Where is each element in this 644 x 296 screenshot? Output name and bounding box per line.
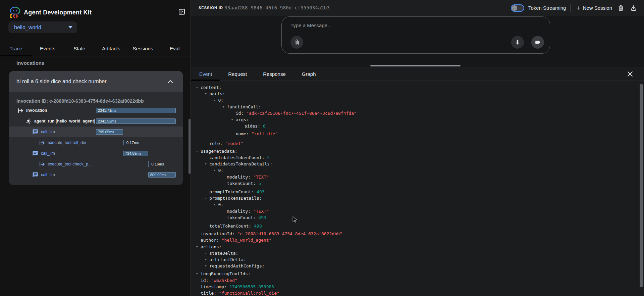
trace-tree: invocation2341.71msagent_run [hello_worl… (9, 105, 183, 180)
json-key: content: (201, 85, 222, 90)
trace-span-row-execute_tool[interactable]: execute_tool check_p...0.16ms (9, 159, 183, 169)
sidebar-tab-sessions[interactable]: Sessions (127, 41, 159, 56)
sidebar-tab-label: Sessions (133, 46, 153, 51)
agent-select[interactable]: hello_world (8, 21, 77, 33)
topbar-divider (571, 4, 571, 12)
videocam-icon (535, 39, 541, 45)
llm-call-icon (32, 150, 39, 157)
collapse-sidebar-button[interactable] (178, 8, 185, 15)
json-line: tokenCount: 493 (191, 214, 637, 221)
sidebar-tab-eval[interactable]: Eval (159, 41, 191, 56)
trace-span-row-agent_run[interactable]: agent_run [hello_world_agent]2341.52ms (9, 116, 183, 127)
paperclip-icon (294, 39, 300, 46)
sidebar-tab-trace[interactable]: Trace (0, 41, 32, 56)
json-expand-toggle[interactable]: ▾ (213, 167, 218, 174)
json-value-string: "wmZhkbed" (211, 278, 237, 283)
json-expand-toggle[interactable]: ▾ (205, 256, 209, 263)
json-expand-toggle[interactable]: ▾ (205, 263, 209, 269)
token-streaming-toggle[interactable] (511, 4, 524, 12)
sidebar-tab-label: Eval (170, 46, 179, 51)
sidebar-tab-label: State (73, 46, 85, 51)
message-input-card: Type a Message... (281, 16, 550, 54)
microphone-button[interactable] (511, 36, 524, 49)
json-value-string: "TEXT" (253, 175, 269, 180)
json-expand-toggle[interactable]: ▾ (213, 201, 218, 208)
camera-button[interactable] (531, 36, 544, 49)
delete-session-button[interactable] (617, 4, 625, 12)
json-line: author: "hello_world_agent" (191, 237, 637, 243)
trace-span-row-execute_tool[interactable]: execute_tool roll_die0.17ms (9, 137, 183, 148)
export-session-button[interactable] (630, 4, 638, 12)
sidebar-tab-artifacts[interactable]: Artifacts (95, 41, 127, 56)
json-expand-toggle[interactable]: ▾ (205, 161, 209, 167)
json-expand-toggle[interactable]: ▾ (213, 97, 218, 103)
json-key: stateDelta: (209, 251, 238, 256)
json-key: candidatesTokenCount: (209, 155, 264, 160)
sidebar-tab-bar: TraceEventsStateArtifactsSessionsEval (0, 41, 191, 56)
json-key: timestamp: (201, 284, 227, 289)
json-line: ▾candidatesTokensDetails: (191, 161, 637, 167)
details-tab-graph[interactable]: Graph (294, 67, 324, 81)
details-tab-response[interactable]: Response (255, 67, 294, 81)
json-value-number: 5 (267, 155, 270, 160)
json-expand-toggle[interactable]: ▾ (205, 250, 209, 256)
json-key: candidatesTokensDetails: (209, 161, 272, 166)
trace-span-label: execute_tool check_p... (48, 162, 92, 166)
panel-resize-handle[interactable] (370, 65, 461, 66)
active-tab-ink-bar (0, 55, 32, 56)
json-line: ▾promptTokensDetails: (191, 195, 637, 201)
json-key: functionCall: (227, 104, 261, 109)
trace-span-row-call_llm[interactable]: call_llm809.99ms (9, 169, 183, 180)
details-scrollbar[interactable] (640, 84, 643, 287)
app-title: Agent Development Kit (24, 9, 92, 16)
trash-icon (618, 5, 624, 11)
json-expand-toggle[interactable]: ▾ (231, 116, 236, 123)
json-expand-toggle[interactable]: ▾ (205, 195, 209, 201)
json-value-number: 493 (259, 215, 266, 220)
trace-span-row-call_llm[interactable]: call_llm795.05ms (9, 127, 183, 137)
json-expand-toggle[interactable]: ▾ (196, 84, 201, 91)
json-key: requestedAuthConfigs: (209, 263, 264, 268)
json-value-number: 498 (254, 224, 262, 229)
json-value-string: "roll_die" (252, 131, 278, 136)
json-line: ▾longRunningToolIds: (191, 270, 637, 277)
session-id-value: 33aad288-9846-46f6-980d-cf555034a2b3 (224, 5, 330, 10)
details-tab-event[interactable]: Event (191, 67, 220, 81)
json-key: artifactDelta: (209, 257, 246, 262)
json-key: 0: (218, 202, 223, 207)
sidebar-tab-state[interactable]: State (63, 41, 95, 56)
json-line: id: "wmZhkbed" (191, 277, 637, 284)
json-expand-toggle[interactable]: ▾ (222, 104, 227, 110)
message-input[interactable]: Type a Message... (290, 22, 332, 28)
json-line: modality: "TEXT" (191, 174, 637, 180)
json-line: invocationId: "e-2808fd10-6383-4754-8de4… (191, 231, 637, 237)
invocations-section-label: Invocations (16, 60, 44, 66)
json-key: longRunningToolIds: (201, 271, 251, 276)
details-tab-request[interactable]: Request (220, 67, 255, 81)
json-expand-toggle[interactable]: ▾ (205, 91, 209, 97)
json-value-number: 1749586585.858985 (229, 284, 274, 289)
details-tab-label: Event (199, 71, 212, 77)
trace-span-label: call_llm (41, 172, 55, 177)
sidebar-tab-events[interactable]: Events (32, 41, 64, 56)
invocation-card: hi roll a 6 side dice and check number I… (9, 71, 183, 185)
json-expand-toggle[interactable]: ▾ (196, 244, 201, 250)
trace-span-row-invocation[interactable]: invocation2341.71ms (9, 105, 183, 116)
chevron-down-icon (68, 26, 72, 29)
trace-span-row-call_llm[interactable]: call_llm734.59ms (9, 148, 183, 159)
json-value-number: 6 (263, 124, 266, 129)
microphone-icon (515, 39, 521, 45)
new-session-button[interactable]: New Session (576, 5, 612, 11)
json-expand-toggle[interactable]: ▾ (196, 148, 201, 154)
sidebar-header: Agent Development Kit (10, 6, 92, 18)
json-key: promptTokensDetails: (209, 196, 262, 201)
invocation-card-header[interactable]: hi roll a 6 side dice and check number (9, 71, 183, 92)
toggle-minus-icon (513, 8, 516, 8)
json-expand-toggle[interactable]: ▾ (196, 270, 201, 277)
details-tab-label: Request (228, 71, 247, 77)
json-key: args: (236, 117, 249, 122)
close-details-button[interactable] (625, 69, 635, 79)
json-key: actions: (201, 244, 222, 249)
attach-file-button[interactable] (290, 36, 303, 49)
json-key: 0: (218, 168, 223, 173)
